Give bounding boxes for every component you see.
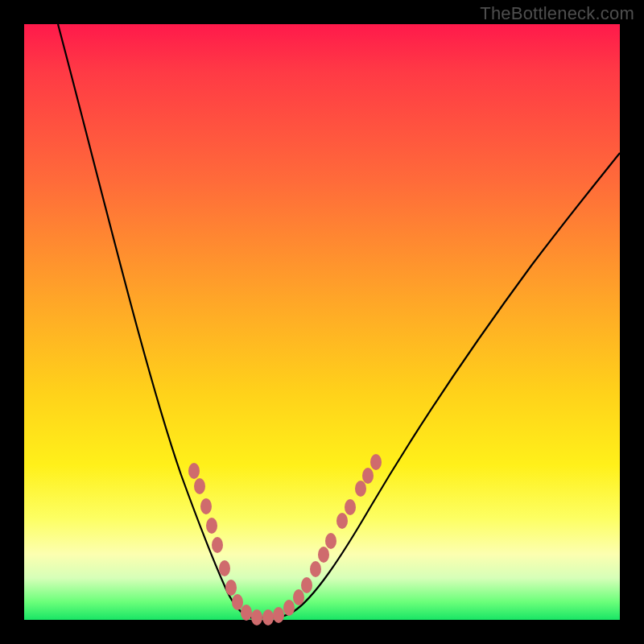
marker-dot [188, 463, 200, 479]
marker-dot [345, 499, 356, 515]
marker-dot [355, 481, 366, 497]
left-curve [58, 24, 266, 618]
plot-area [24, 24, 620, 620]
marker-dot [219, 560, 230, 576]
marker-dot [200, 498, 212, 514]
marker-dot [241, 605, 252, 621]
marker-dot [273, 607, 284, 623]
marker-dots-group [188, 454, 382, 625]
marker-dot [293, 589, 304, 605]
curve-svg [24, 24, 620, 620]
marker-dot [251, 609, 262, 625]
marker-dot [225, 580, 237, 596]
marker-dot [206, 518, 217, 534]
marker-dot [301, 577, 312, 593]
marker-dot [336, 513, 348, 529]
marker-dot [262, 609, 274, 625]
marker-dot [362, 468, 374, 484]
marker-dot [318, 547, 329, 563]
marker-dot [325, 533, 336, 549]
marker-dot [310, 561, 321, 577]
marker-dot [212, 537, 223, 553]
marker-dot [283, 600, 295, 616]
marker-dot [370, 454, 382, 470]
chart-frame: TheBottleneck.com [0, 0, 644, 644]
marker-dot [232, 594, 243, 610]
watermark-text: TheBottleneck.com [480, 3, 634, 24]
right-curve [266, 153, 620, 617]
marker-dot [194, 478, 205, 494]
